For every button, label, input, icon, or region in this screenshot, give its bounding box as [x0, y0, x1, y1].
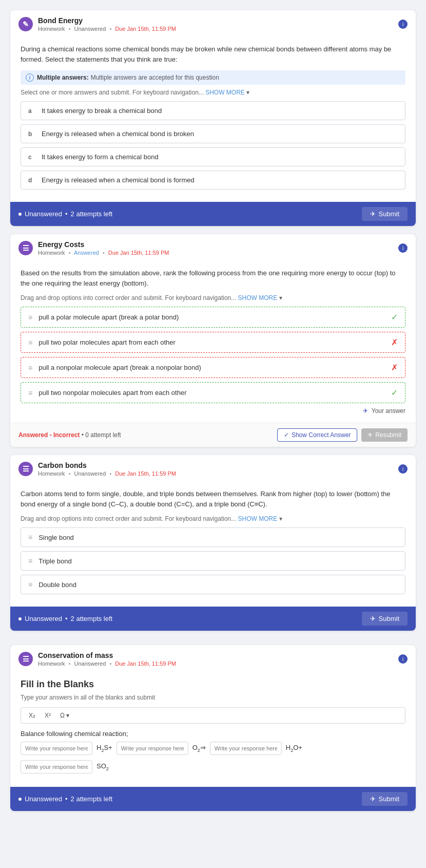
q3-chevron[interactable]: ▾: [279, 515, 282, 522]
q1-title: Bond Energy: [38, 16, 176, 25]
q4-submit-icon: ✈: [370, 795, 376, 803]
q1-submit-icon: ✈: [370, 210, 376, 218]
q3-instruction-text: Drag and drop options into correct order…: [21, 515, 236, 522]
q2-result-1: ✓: [391, 312, 398, 322]
q1-choice-d[interactable]: d Energy is released when a chemical bon…: [21, 171, 405, 190]
q2-result-4: ✓: [391, 388, 398, 398]
q4-footer: Unanswered • 2 attempts left ✈ Submit: [10, 787, 416, 811]
q3-question-text: Carbon atoms tend to form single, double…: [21, 489, 405, 509]
q2-body: Based on the results from the simulation…: [10, 260, 416, 423]
q4-info-dot[interactable]: i: [398, 654, 408, 664]
spacer: [10, 639, 416, 645]
q1-meta-due: Due Jan 15th, 11:59 PM: [115, 26, 176, 32]
q3-footer: Unanswered • 2 attempts left ✈ Submit: [10, 607, 416, 631]
q4-input-4[interactable]: [21, 760, 92, 773]
q1-submit-button[interactable]: ✈ Submit: [362, 207, 408, 221]
q2-result-2: ✗: [391, 337, 398, 347]
q4-eq-row-1: H2S+ O2⇒ H2O+: [21, 742, 405, 755]
question-2-card: ☰ Energy Costs Homework • Answered • Due…: [10, 234, 416, 447]
q2-result-3: ✗: [391, 363, 398, 372]
q4-input-3[interactable]: [210, 742, 282, 755]
q3-meta-type: Homework: [38, 470, 65, 477]
q4-meta-type: Homework: [38, 661, 65, 667]
q4-toolbar-subscript[interactable]: X₂: [26, 711, 38, 720]
q2-show-more[interactable]: SHOW MORE: [238, 294, 278, 301]
q3-footer-dot: •: [65, 615, 68, 622]
q4-icon: ☰: [18, 652, 33, 666]
q2-chevron[interactable]: ▾: [279, 294, 282, 301]
q3-header-left: ☰ Carbon bonds Homework • Unanswered • D…: [18, 461, 176, 477]
q1-footer: Unanswered • 2 attempts left ✈ Submit: [10, 202, 416, 226]
q1-footer-status: Unanswered • 2 attempts left: [18, 210, 112, 218]
q1-text-b: Energy is released when a chemical bond …: [42, 130, 194, 138]
q4-meta-status: Unanswered: [74, 661, 106, 667]
q2-drag-icon-3: ≡: [28, 364, 32, 372]
q4-submit-button[interactable]: ✈ Submit: [362, 792, 408, 806]
q3-footer-status-text: Unanswered: [25, 615, 62, 622]
q1-info-dot[interactable]: i: [398, 20, 408, 29]
q2-drag-row-2[interactable]: ≡ pull two polar molecules apart from ea…: [21, 332, 405, 353]
q1-letter-c: c: [28, 154, 34, 161]
q1-footer-dot: •: [65, 210, 68, 218]
q2-drag-row-1[interactable]: ≡ pull a polar molecule apart (break a p…: [21, 307, 405, 328]
q4-title: Conservation of mass: [38, 651, 176, 659]
q4-meta: Homework • Unanswered • Due Jan 15th, 11…: [38, 661, 176, 667]
q4-eq-row-2: SO2: [21, 760, 405, 773]
q2-drag-text-2: pull two polar molecules apart from each…: [38, 338, 387, 346]
show-correct-answer-button[interactable]: ✓ Show Correct Answer: [277, 428, 357, 442]
q1-choice-a[interactable]: a It takes energy to break a chemical bo…: [21, 101, 405, 120]
q2-meta-status: Answered: [74, 250, 99, 256]
q3-drag-row-2[interactable]: ≡ Triple bond: [21, 551, 405, 571]
q1-header-left: ✎ Bond Energy Homework • Unanswered • Du…: [18, 16, 176, 32]
q3-drag-icon-3: ≡: [28, 580, 32, 589]
q2-header-left: ☰ Energy Costs Homework • Answered • Due…: [18, 240, 169, 256]
q2-drag-row-3[interactable]: ≡ pull a nonpolar molecule apart (break …: [21, 357, 405, 378]
q3-drag-row-3[interactable]: ≡ Double bond: [21, 575, 405, 594]
q2-drag-row-4[interactable]: ≡ pull two nonpolar molecules apart from…: [21, 382, 405, 403]
q1-info-icon: i: [26, 73, 34, 82]
q1-header: ✎ Bond Energy Homework • Unanswered • Du…: [10, 10, 416, 36]
q1-info-text: Multiple answers are accepted for this q…: [91, 74, 219, 81]
q4-title-block: Conservation of mass Homework • Unanswer…: [38, 651, 176, 667]
q2-instruction-text: Drag and drop options into correct order…: [21, 294, 236, 301]
q1-chevron[interactable]: ▾: [246, 89, 249, 96]
q1-footer-attempts: 2 attempts left: [71, 210, 113, 218]
q2-drag-text-4: pull two nonpolar molecules apart from e…: [38, 389, 387, 397]
q4-input-1[interactable]: [21, 742, 92, 755]
q1-choice-b[interactable]: b Energy is released when a chemical bon…: [21, 124, 405, 143]
q2-attempts-left: 0 attempt left: [85, 431, 121, 439]
q1-info-label: Multiple answers:: [37, 74, 89, 81]
q3-footer-attempts: 2 attempts left: [71, 615, 113, 622]
q3-dot-small: [18, 617, 22, 620]
q1-choice-c[interactable]: c It takes energy to form a chemical bon…: [21, 147, 405, 166]
q4-footer-attempts: 2 attempts left: [71, 795, 113, 803]
q3-drag-text-3: Double bond: [38, 581, 398, 589]
q1-meta: Homework • Unanswered • Due Jan 15th, 11…: [38, 26, 176, 32]
q4-header: ☰ Conservation of mass Homework • Unansw…: [10, 645, 416, 671]
q3-drag-row-1[interactable]: ≡ Single bond: [21, 527, 405, 547]
q2-footer-left: Answered - Incorrect • 0 attempt left: [18, 431, 121, 439]
q1-instruction-text: Select one or more answers and submit. F…: [21, 89, 204, 96]
q4-input-2[interactable]: [117, 742, 188, 755]
q3-drag-text-1: Single bond: [38, 534, 398, 541]
q3-info-dot[interactable]: i: [398, 464, 408, 474]
q4-toolbar-omega[interactable]: Ω ▾: [57, 711, 72, 720]
q1-submit-label: Submit: [379, 210, 399, 218]
q1-icon: ✎: [18, 17, 33, 31]
q1-dot-small: [18, 213, 22, 216]
q4-toolbar-superscript[interactable]: X²: [42, 711, 53, 720]
q2-drag-icon-4: ≡: [28, 389, 32, 397]
resubmit-button[interactable]: ✈ Resubmit: [361, 428, 408, 442]
q2-info-dot[interactable]: i: [398, 243, 408, 253]
q1-show-more[interactable]: SHOW MORE: [205, 89, 245, 96]
q2-instruction: Drag and drop options into correct order…: [21, 294, 405, 301]
q4-footer-status: Unanswered • 2 attempts left: [18, 795, 112, 803]
q3-title: Carbon bonds: [38, 461, 176, 469]
q3-drag-icon-1: ≡: [28, 533, 32, 541]
q3-show-more[interactable]: SHOW MORE: [238, 515, 278, 522]
q2-meta-type: Homework: [38, 250, 65, 256]
question-1-card: ✎ Bond Energy Homework • Unanswered • Du…: [10, 10, 416, 226]
q3-submit-button[interactable]: ✈ Submit: [362, 612, 408, 626]
q1-body: During a chemical reactions some chemica…: [10, 36, 416, 202]
q1-dot1: •: [69, 26, 71, 32]
